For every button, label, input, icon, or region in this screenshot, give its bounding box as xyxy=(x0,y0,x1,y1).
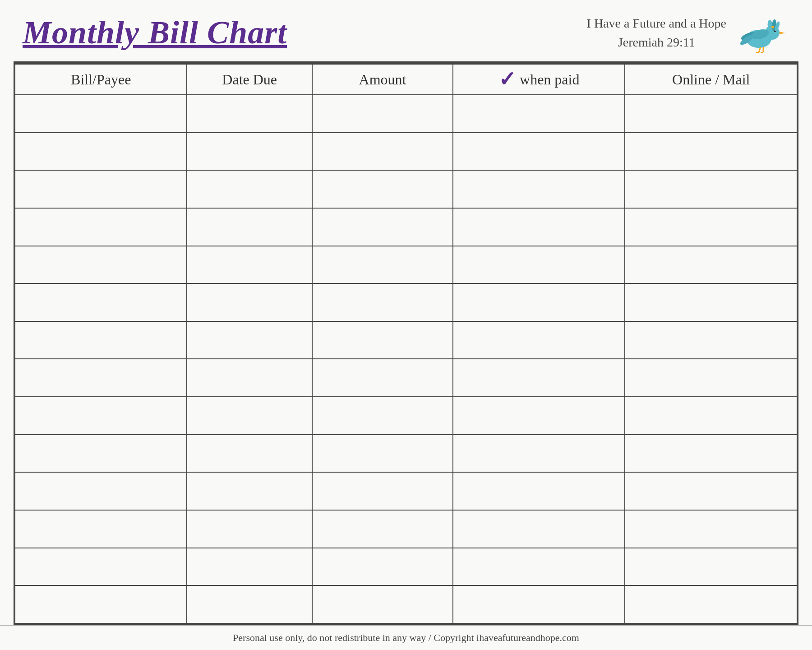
bill-table: Bill/Payee Date Due Amount ✓ when paid O… xyxy=(14,64,798,624)
table-cell[interactable] xyxy=(187,585,312,623)
table-cell[interactable] xyxy=(453,548,625,586)
table-cell[interactable] xyxy=(625,397,797,435)
table-cell[interactable] xyxy=(453,359,625,397)
table-cell[interactable] xyxy=(15,548,187,586)
table-cell[interactable] xyxy=(625,472,797,510)
table-cell[interactable] xyxy=(453,321,625,359)
table-cell[interactable] xyxy=(312,321,453,359)
table-cell[interactable] xyxy=(312,208,453,246)
table-row xyxy=(15,548,797,586)
table-cell[interactable] xyxy=(15,472,187,510)
table-row xyxy=(15,246,797,284)
table-cell[interactable] xyxy=(453,170,625,208)
tagline-text: I Have a Future and a Hope Jeremiah 29:1… xyxy=(587,14,726,52)
table-cell[interactable] xyxy=(15,283,187,321)
page-footer: Personal use only, do not redistribute i… xyxy=(0,625,812,650)
table-cell[interactable] xyxy=(15,510,187,548)
table-cell[interactable] xyxy=(187,359,312,397)
table-cell[interactable] xyxy=(312,359,453,397)
table-cell[interactable] xyxy=(187,472,312,510)
table-row xyxy=(15,95,797,133)
table-cell[interactable] xyxy=(453,510,625,548)
table-cell[interactable] xyxy=(187,208,312,246)
page-title: Monthly Bill Chart xyxy=(23,15,287,51)
table-row xyxy=(15,510,797,548)
table-cell[interactable] xyxy=(187,283,312,321)
footer-text: Personal use only, do not redistribute i… xyxy=(233,632,579,643)
bird-icon xyxy=(735,13,789,53)
table-cell[interactable] xyxy=(453,397,625,435)
table-row xyxy=(15,435,797,473)
table-cell[interactable] xyxy=(453,472,625,510)
table-cell[interactable] xyxy=(625,283,797,321)
table-cell[interactable] xyxy=(15,585,187,623)
table-cell[interactable] xyxy=(453,95,625,133)
table-cell[interactable] xyxy=(312,246,453,284)
table-row xyxy=(15,170,797,208)
table-cell[interactable] xyxy=(187,510,312,548)
svg-point-11 xyxy=(771,26,774,28)
table-cell[interactable] xyxy=(312,548,453,586)
table-row xyxy=(15,283,797,321)
table-cell[interactable] xyxy=(312,585,453,623)
table-cell[interactable] xyxy=(625,133,797,171)
table-header-row: Bill/Payee Date Due Amount ✓ when paid O… xyxy=(15,64,797,95)
table-cell[interactable] xyxy=(187,548,312,586)
table-cell[interactable] xyxy=(312,510,453,548)
table-cell[interactable] xyxy=(187,246,312,284)
table-cell[interactable] xyxy=(15,95,187,133)
table-cell[interactable] xyxy=(312,95,453,133)
table-row xyxy=(15,472,797,510)
table-cell[interactable] xyxy=(625,585,797,623)
col-header-bill: Bill/Payee xyxy=(15,64,187,95)
table-cell[interactable] xyxy=(625,170,797,208)
tagline-line2: Jeremiah 29:11 xyxy=(587,33,726,52)
table-cell[interactable] xyxy=(187,170,312,208)
table-cell[interactable] xyxy=(312,283,453,321)
table-cell[interactable] xyxy=(625,548,797,586)
table-cell[interactable] xyxy=(15,170,187,208)
table-cell[interactable] xyxy=(312,472,453,510)
table-cell[interactable] xyxy=(453,585,625,623)
table-cell[interactable] xyxy=(453,246,625,284)
table-cell[interactable] xyxy=(453,133,625,171)
table-cell[interactable] xyxy=(625,359,797,397)
table-cell[interactable] xyxy=(625,246,797,284)
table-cell[interactable] xyxy=(312,397,453,435)
table-cell[interactable] xyxy=(15,321,187,359)
table-cell[interactable] xyxy=(625,321,797,359)
check-symbol: ✓ xyxy=(498,69,516,90)
table-cell[interactable] xyxy=(453,435,625,473)
table-cell[interactable] xyxy=(312,170,453,208)
table-row xyxy=(15,397,797,435)
table-cell[interactable] xyxy=(625,435,797,473)
table-cell[interactable] xyxy=(187,435,312,473)
table-cell[interactable] xyxy=(15,246,187,284)
table-row xyxy=(15,321,797,359)
table-cell[interactable] xyxy=(15,397,187,435)
tagline-line1: I Have a Future and a Hope xyxy=(587,14,726,33)
table-cell[interactable] xyxy=(15,208,187,246)
table-row xyxy=(15,133,797,171)
table-cell[interactable] xyxy=(15,359,187,397)
table-cell[interactable] xyxy=(625,95,797,133)
table-cell[interactable] xyxy=(453,283,625,321)
page-header: Monthly Bill Chart I Have a Future and a… xyxy=(0,0,812,61)
table-cell[interactable] xyxy=(187,321,312,359)
table-row xyxy=(15,208,797,246)
table-cell[interactable] xyxy=(625,208,797,246)
table-cell[interactable] xyxy=(312,435,453,473)
title-section: Monthly Bill Chart xyxy=(23,15,287,51)
table-row xyxy=(15,359,797,397)
col-header-date: Date Due xyxy=(187,64,312,95)
table-cell[interactable] xyxy=(187,95,312,133)
table-cell[interactable] xyxy=(187,397,312,435)
svg-marker-4 xyxy=(780,32,785,34)
table-cell[interactable] xyxy=(15,133,187,171)
table-cell[interactable] xyxy=(15,435,187,473)
table-cell[interactable] xyxy=(312,133,453,171)
table-cell[interactable] xyxy=(187,133,312,171)
table-cell[interactable] xyxy=(453,208,625,246)
tagline-section: I Have a Future and a Hope Jeremiah 29:1… xyxy=(587,13,789,53)
table-cell[interactable] xyxy=(625,510,797,548)
